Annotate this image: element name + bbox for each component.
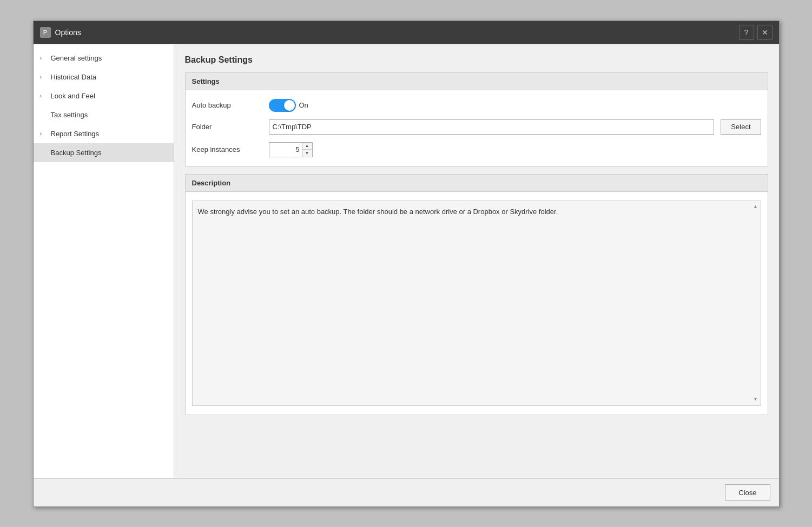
sidebar-item-report-settings[interactable]: › Report Settings — [34, 124, 174, 143]
sidebar-item-tax-settings[interactable]: Tax settings — [34, 105, 174, 124]
main-content: › General settings › Historical Data › L… — [34, 44, 779, 478]
settings-section-body: Auto backup On Folder — [186, 90, 768, 166]
description-section: Description We strongly advise you to se… — [185, 174, 768, 415]
toggle-thumb — [284, 100, 295, 111]
toggle-state-label: On — [299, 101, 308, 109]
sidebar-item-label: Backup Settings — [51, 149, 102, 157]
spinner-up-button[interactable]: ▲ — [302, 143, 312, 150]
description-text-area: We strongly advise you to set an auto ba… — [192, 201, 761, 406]
auto-backup-label: Auto backup — [192, 101, 262, 109]
sidebar-item-label: General settings — [51, 54, 102, 62]
chevron-icon: › — [40, 55, 48, 61]
description-text: We strongly advise you to set an auto ba… — [198, 208, 558, 216]
sidebar-item-general-settings[interactable]: › General settings — [34, 49, 174, 68]
chevron-icon: › — [40, 74, 48, 80]
help-button[interactable]: ? — [739, 25, 754, 40]
sidebar-item-label: Historical Data — [51, 73, 97, 81]
keep-instances-row: Keep instances ▲ ▼ — [192, 142, 761, 157]
select-button[interactable]: Select — [721, 119, 761, 135]
settings-section-header: Settings — [186, 73, 768, 90]
scroll-down-arrow[interactable]: ▼ — [753, 396, 758, 403]
app-icon: P — [40, 27, 51, 38]
footer: Close — [34, 478, 779, 506]
folder-input[interactable] — [269, 119, 715, 135]
sidebar-item-historical-data[interactable]: › Historical Data — [34, 68, 174, 86]
title-bar: P Options ? ✕ — [34, 21, 779, 44]
sidebar-item-label: Report Settings — [51, 130, 100, 138]
description-section-header: Description — [186, 175, 768, 192]
title-bar-controls: ? ✕ — [739, 25, 773, 40]
toggle-track — [269, 99, 296, 112]
spinner-down-button[interactable]: ▼ — [302, 150, 312, 157]
folder-row: Folder Select — [192, 119, 761, 135]
settings-section: Settings Auto backup On — [185, 72, 768, 166]
sidebar-item-label: Look and Feel — [51, 92, 95, 100]
sidebar-item-label: Tax settings — [51, 111, 88, 119]
sidebar-item-look-and-feel[interactable]: › Look and Feel — [34, 86, 174, 105]
content-panel: Backup Settings Settings Auto backup — [174, 44, 779, 478]
scrollbar: ▲ ▼ — [752, 202, 760, 404]
spinner-arrows: ▲ ▼ — [302, 143, 312, 157]
toggle-container: On — [269, 99, 308, 112]
description-section-body: We strongly advise you to set an auto ba… — [186, 192, 768, 415]
panel-title: Backup Settings — [185, 55, 768, 65]
spinner-value-input[interactable] — [269, 143, 302, 157]
close-window-button[interactable]: ✕ — [757, 25, 773, 40]
keep-instances-spinner[interactable]: ▲ ▼ — [269, 142, 313, 157]
auto-backup-row: Auto backup On — [192, 99, 761, 112]
chevron-icon: › — [40, 130, 48, 137]
scroll-up-arrow[interactable]: ▲ — [753, 203, 758, 211]
folder-label: Folder — [192, 123, 262, 131]
close-button[interactable]: Close — [725, 484, 770, 501]
sidebar: › General settings › Historical Data › L… — [34, 44, 174, 478]
auto-backup-toggle[interactable] — [269, 99, 296, 112]
keep-instances-label: Keep instances — [192, 145, 262, 154]
options-window: P Options ? ✕ › General settings › Histo… — [33, 21, 780, 507]
window-title: Options — [55, 28, 739, 37]
chevron-icon: › — [40, 92, 48, 99]
sidebar-item-backup-settings[interactable]: Backup Settings — [34, 143, 174, 162]
